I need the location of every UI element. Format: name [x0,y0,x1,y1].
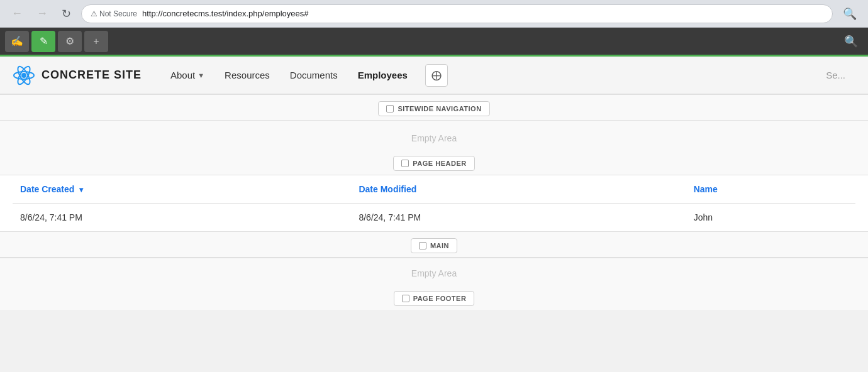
add-button[interactable]: + [84,31,108,52]
refresh-button[interactable]: ↻ [58,4,75,23]
sitewide-navigation-button[interactable]: SITEWIDE NAVIGATION [378,101,489,116]
empty-area-label: Empty Area [411,133,457,143]
col-date-modified-label: Date Modified [359,184,416,194]
nav-item-documents-label: Documents [290,70,338,80]
table-header-row: Date Created ▾ Date Modified Name [13,175,855,204]
nav-item-documents[interactable]: Documents [280,57,348,94]
nav-item-employees[interactable]: Employees [348,57,418,94]
main-area: MAIN [0,231,868,258]
empty-area-label-2: Empty Area [411,268,457,278]
back-button[interactable]: ← [8,4,26,23]
settings-button[interactable]: ⚙ [58,31,82,52]
plus-icon: + [93,36,99,47]
search-icon: 🔍 [844,35,858,48]
col-name[interactable]: Name [686,175,855,204]
nav-item-resources-label: Resources [225,70,270,80]
date-created-value: 8/6/24, 7:41 PM [20,212,82,222]
browser-chrome: ← → ↻ ⚠ Not Secure http://concretecms.te… [0,0,868,28]
toolbar-search-button[interactable]: 🔍 [839,32,863,51]
gear-icon: ⚙ [65,35,74,47]
content-area: SITEWIDE NAVIGATION Empty Area PAGE HEAD… [0,94,868,310]
page-header-button[interactable]: PAGE HEADER [393,156,474,171]
col-name-label: Name [694,184,718,194]
edit-mode-button[interactable]: ✎ [31,31,55,52]
col-date-created-label: Date Created [20,184,74,194]
nav-items: About ▼ Resources Documents Employees ⨁ [160,57,816,94]
address-bar[interactable]: ⚠ Not Secure http://concretecms.test/ind… [81,4,833,23]
checkbox-icon-3 [419,242,426,249]
hand-icon: ✍ [11,35,23,47]
page-footer-label: PAGE FOOTER [413,295,467,302]
employees-section: Date Created ▾ Date Modified Name 8/6/24… [0,175,868,231]
site-navigation: CONCRETE SITE About ▼ Resources Document… [0,57,868,94]
sitewide-nav-area: SITEWIDE NAVIGATION [0,94,868,121]
svg-point-0 [21,73,26,78]
move-block-button[interactable]: ⨁ [425,64,448,87]
main-area-button[interactable]: MAIN [411,238,457,253]
checkbox-icon-2 [401,160,409,167]
logo-text: CONCRETE SITE [42,68,142,82]
col-date-created[interactable]: Date Created ▾ [13,175,351,204]
logo-icon [13,64,35,87]
not-secure-label: Not Secure [99,9,137,18]
not-secure-badge: ⚠ Not Secure [91,9,137,18]
page-footer-area: Empty Area PAGE FOOTER [0,258,868,310]
page-header-area: Empty Area PAGE HEADER [0,121,868,175]
sort-arrow-icon: ▾ [79,185,83,194]
url-display: http://concretecms.test/index.php/employ… [142,9,308,18]
main-area-label: MAIN [430,242,449,249]
nav-item-resources[interactable]: Resources [214,57,280,94]
page-footer-button[interactable]: PAGE FOOTER [394,291,475,306]
cell-date-created: 8/6/24, 7:41 PM [13,204,351,232]
pencil-icon: ✎ [40,35,48,47]
nav-item-about-label: About [170,70,195,80]
nav-item-employees-label: Employees [358,70,408,80]
forward-button[interactable]: → [33,4,52,23]
site-logo[interactable]: CONCRETE SITE [13,64,142,87]
checkbox-icon-4 [402,295,409,302]
checkbox-icon [386,105,394,112]
browser-search-button[interactable]: 🔍 [839,4,860,23]
date-modified-value: 8/6/24, 7:41 PM [359,212,421,222]
nav-item-about[interactable]: About ▼ [160,57,214,94]
cell-name: John [686,204,855,232]
cms-toolbar: ✍ ✎ ⚙ + 🔍 [0,28,868,57]
hand-tool-button[interactable]: ✍ [5,31,29,52]
employees-table: Date Created ▾ Date Modified Name 8/6/24… [13,175,855,231]
nav-search-text: Se... [826,70,845,80]
move-icon: ⨁ [431,69,442,81]
cell-date-modified: 8/6/24, 7:41 PM [351,204,686,232]
name-value: John [694,212,713,222]
nav-search-placeholder: Se... [816,70,855,80]
sitewide-nav-label: SITEWIDE NAVIGATION [398,105,481,112]
warning-icon: ⚠ [91,9,97,18]
page-header-label: PAGE HEADER [413,160,466,167]
table-row: 8/6/24, 7:41 PM 8/6/24, 7:41 PM John [13,204,855,232]
col-date-modified[interactable]: Date Modified [351,175,686,204]
chevron-down-icon: ▼ [198,72,204,79]
